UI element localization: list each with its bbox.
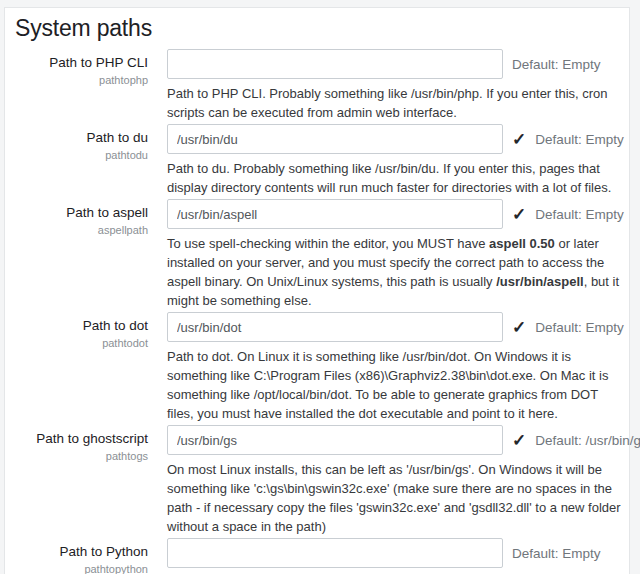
default-value-pathtophp: Default: Empty xyxy=(512,57,601,72)
setting-row-aspellpath: Path to aspell aspellpath ✓ Default: Emp… xyxy=(15,199,629,312)
default-value-pathtopython: Default: Empty xyxy=(512,546,601,561)
setting-description-pathtophp: Path to PHP CLI. Probably something like… xyxy=(167,84,625,122)
setting-label-pathtophp: Path to PHP CLI xyxy=(15,55,148,72)
setting-label-aspellpath: Path to aspell xyxy=(15,205,148,222)
setting-row-pathtophp: Path to PHP CLI pathtophp Default: Empty… xyxy=(15,49,629,124)
setting-label-pathtodu: Path to du xyxy=(15,130,148,147)
setting-label-pathtogs: Path to ghostscript xyxy=(15,431,148,448)
pathtodu-input[interactable] xyxy=(167,124,503,154)
check-icon: ✓ xyxy=(512,206,526,223)
check-icon: ✓ xyxy=(512,319,526,336)
check-icon: ✓ xyxy=(512,131,526,148)
setting-shortname-aspellpath: aspellpath xyxy=(15,224,148,236)
setting-shortname-pathtogs: pathtogs xyxy=(15,450,148,462)
setting-shortname-pathtodu: pathtodu xyxy=(15,149,148,161)
default-value-pathtodot: Default: Empty xyxy=(535,320,624,335)
setting-description-pathtodu: Path to du. Probably something like /usr… xyxy=(167,159,625,197)
pathtophp-input[interactable] xyxy=(167,49,503,79)
default-value-pathtogs: Default: /usr/bin/gs xyxy=(535,433,640,448)
settings-panel: System paths Path to PHP CLI pathtophp D… xyxy=(4,7,630,574)
page-title: System paths xyxy=(15,15,629,42)
pathtopython-input[interactable] xyxy=(167,538,503,568)
pathtogs-input[interactable] xyxy=(167,425,503,455)
check-icon: ✓ xyxy=(512,432,526,449)
default-value-aspellpath: Default: Empty xyxy=(535,207,624,222)
aspellpath-input[interactable] xyxy=(167,199,503,229)
setting-row-pathtogs: Path to ghostscript pathtogs ✓ Default: … xyxy=(15,425,629,538)
default-value-pathtodu: Default: Empty xyxy=(535,132,624,147)
setting-row-pathtodot: Path to dot pathtodot ✓ Default: Empty P… xyxy=(15,312,629,425)
pathtodot-input[interactable] xyxy=(167,312,503,342)
setting-row-pathtodu: Path to du pathtodu ✓ Default: Empty Pat… xyxy=(15,124,629,199)
setting-label-pathtodot: Path to dot xyxy=(15,318,148,335)
setting-description-pathtodot: Path to dot. On Linux it is something li… xyxy=(167,347,625,423)
setting-row-pathtopython: Path to Python pathtopython Default: Emp… xyxy=(15,538,629,574)
setting-description-pathtogs: On most Linux installs, this can be left… xyxy=(167,460,625,536)
setting-description-aspellpath: To use spell-checking within the editor,… xyxy=(167,234,625,310)
setting-shortname-pathtophp: pathtophp xyxy=(15,74,148,86)
setting-label-pathtopython: Path to Python xyxy=(15,544,148,561)
setting-shortname-pathtopython: pathtopython xyxy=(15,563,148,574)
setting-shortname-pathtodot: pathtodot xyxy=(15,337,148,349)
system-paths-form: Path to PHP CLI pathtophp Default: Empty… xyxy=(15,49,629,574)
